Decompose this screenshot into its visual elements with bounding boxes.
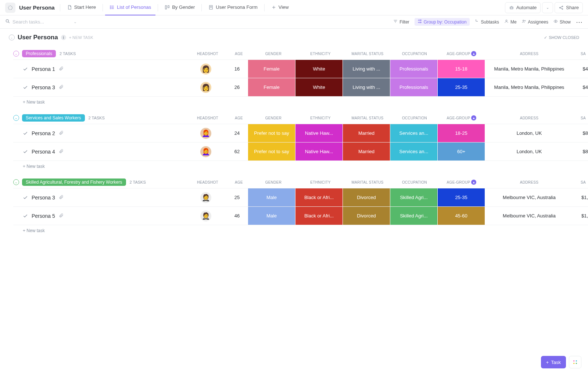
cell-marital[interactable]: Living with ... — [343, 78, 390, 96]
cell-age[interactable]: 16 — [226, 60, 248, 78]
status-check-icon[interactable] — [23, 131, 28, 136]
status-check-icon[interactable] — [23, 213, 28, 219]
search-input[interactable] — [12, 19, 71, 25]
group-collapse-toggle[interactable]: ⌄ — [13, 115, 19, 121]
cell-marital[interactable]: Living with ... — [343, 60, 390, 78]
task-row[interactable]: Persona 5 🤵 46 Male Black or Afri... Div… — [13, 207, 588, 225]
cell-salary[interactable]: $8 — [573, 124, 588, 142]
cell-age[interactable]: 26 — [226, 78, 248, 96]
subtasks-button[interactable]: Subtasks — [475, 19, 499, 25]
cell-ethnicity[interactable]: Black or Afri... — [295, 207, 343, 225]
attachment-icon[interactable] — [59, 195, 64, 201]
workspace-icon[interactable] — [5, 3, 15, 13]
col-salary[interactable]: SA — [573, 115, 588, 120]
task-row[interactable]: Persona 2 👩‍🦰 24 Prefer not to say Nativ… — [13, 124, 588, 143]
cell-agegroup[interactable]: 18-25 — [438, 124, 485, 142]
cell-agegroup[interactable]: 25-35 — [438, 188, 485, 206]
tab-list-personas[interactable]: List of Personas — [105, 0, 155, 15]
cell-occupation[interactable]: Skilled Agri... — [390, 188, 437, 206]
col-headshot[interactable]: HEADSHOT — [187, 115, 228, 120]
cell-occupation[interactable]: Professionals — [390, 78, 437, 96]
automate-button[interactable]: Automate — [505, 2, 541, 13]
col-ethnicity[interactable]: ETHNICITY — [297, 51, 344, 56]
col-ethnicity[interactable]: ETHNICITY — [297, 115, 344, 120]
cell-headshot[interactable]: 🤵 — [186, 207, 226, 225]
col-age[interactable]: AGE — [228, 51, 250, 56]
cell-agegroup[interactable]: 45-60 — [438, 207, 485, 225]
cell-marital[interactable]: Divorced — [343, 188, 390, 206]
cell-marital[interactable]: Divorced — [343, 207, 390, 225]
cell-occupation[interactable]: Skilled Agri... — [390, 207, 437, 225]
cell-ethnicity[interactable]: Native Haw... — [295, 143, 343, 161]
workspace-title[interactable]: User Persona — [19, 4, 55, 11]
cell-address[interactable]: Manila, Metro Manila, Philippines — [485, 78, 573, 96]
cell-ethnicity[interactable]: Black or Afri... — [295, 188, 343, 206]
cell-agegroup[interactable]: 25-35 — [438, 78, 485, 96]
col-gender[interactable]: GENDER — [250, 180, 297, 185]
group-new-task[interactable]: + New task — [13, 225, 588, 235]
attachment-icon[interactable] — [59, 213, 64, 219]
cell-salary[interactable]: $4 — [573, 60, 588, 78]
col-address[interactable]: ADDRESS — [485, 180, 573, 185]
attachment-icon[interactable] — [59, 66, 64, 72]
cell-address[interactable]: London, UK — [485, 124, 573, 142]
group-tag[interactable]: Professionals — [22, 50, 56, 57]
cell-address[interactable]: Manila, Metro Manila, Philippines — [485, 60, 573, 78]
col-marital[interactable]: MARITAL STATUS — [344, 180, 391, 185]
group-collapse-toggle[interactable]: ⌄ — [13, 51, 19, 57]
cell-age[interactable]: 25 — [226, 188, 248, 206]
info-icon[interactable]: i — [61, 35, 66, 40]
cell-address[interactable]: London, UK — [485, 143, 573, 161]
cell-headshot[interactable]: 👩‍🦰 — [186, 143, 226, 161]
cell-headshot[interactable]: 🤵 — [186, 188, 226, 206]
col-salary[interactable]: SA — [573, 51, 588, 56]
tab-start-here[interactable]: Start Here — [62, 0, 100, 15]
new-task-link[interactable]: + NEW TASK — [69, 35, 93, 40]
cell-ethnicity[interactable]: White — [295, 78, 343, 96]
group-tag[interactable]: Services and Sales Workers — [22, 114, 85, 122]
task-row[interactable]: Persona 3 👩 26 Female White Living with … — [13, 78, 588, 97]
me-button[interactable]: Me — [504, 19, 517, 25]
more-menu[interactable]: ⋯ — [576, 18, 583, 26]
col-headshot[interactable]: HEADSHOT — [187, 180, 228, 185]
cell-gender[interactable]: Female — [248, 60, 295, 78]
cell-address[interactable]: Melbourne VIC, Australia — [485, 188, 573, 206]
cell-gender[interactable]: Male — [248, 188, 295, 206]
attachment-icon[interactable] — [59, 149, 64, 155]
cell-address[interactable]: Melbourne VIC, Australia — [485, 207, 573, 225]
cell-salary[interactable]: $1, — [573, 188, 588, 206]
collapse-toggle[interactable]: ⌄ — [9, 35, 15, 40]
task-row[interactable]: Persona 4 👩‍🦰 62 Prefer not to say Nativ… — [13, 143, 588, 161]
group-tag[interactable]: Skilled Agricultural, Forestry and Fishe… — [22, 179, 126, 186]
status-check-icon[interactable] — [23, 149, 28, 154]
cell-marital[interactable]: Married — [343, 143, 390, 161]
cell-gender[interactable]: Male — [248, 207, 295, 225]
col-occupation[interactable]: OCCUPATION — [391, 180, 438, 185]
col-age[interactable]: AGE — [228, 115, 250, 120]
cell-headshot[interactable]: 👩 — [186, 60, 226, 78]
cell-gender[interactable]: Prefer not to say — [248, 143, 295, 161]
col-address[interactable]: ADDRESS — [485, 51, 573, 56]
col-agegroup[interactable]: AGE-GROUP▲ — [438, 51, 485, 56]
col-address[interactable]: ADDRESS — [485, 115, 573, 120]
status-check-icon[interactable] — [23, 85, 28, 90]
cell-age[interactable]: 46 — [226, 207, 248, 225]
col-gender[interactable]: GENDER — [250, 115, 297, 120]
col-headshot[interactable]: HEADSHOT — [187, 51, 228, 56]
chevron-down-icon[interactable]: ⌄ — [74, 19, 77, 24]
task-row[interactable]: Persona 1 👩 16 Female White Living with … — [13, 60, 588, 78]
col-salary[interactable]: SA — [573, 180, 588, 185]
share-button[interactable]: Share — [555, 2, 583, 13]
col-marital[interactable]: MARITAL STATUS — [344, 115, 391, 120]
cell-salary[interactable]: $1, — [573, 207, 588, 225]
cell-ethnicity[interactable]: Native Haw... — [295, 124, 343, 142]
col-agegroup[interactable]: AGE-GROUP▲ — [438, 115, 485, 120]
attachment-icon[interactable] — [59, 84, 64, 90]
cell-headshot[interactable]: 👩 — [186, 78, 226, 96]
task-row[interactable]: Persona 3 🤵 25 Male Black or Afri... Div… — [13, 188, 588, 207]
automate-dropdown[interactable]: ⌄ — [542, 2, 553, 13]
cell-occupation[interactable]: Services an... — [390, 124, 437, 142]
cell-occupation[interactable]: Services an... — [390, 143, 437, 161]
cell-salary[interactable]: $4 — [573, 78, 588, 96]
col-age[interactable]: AGE — [228, 180, 250, 185]
